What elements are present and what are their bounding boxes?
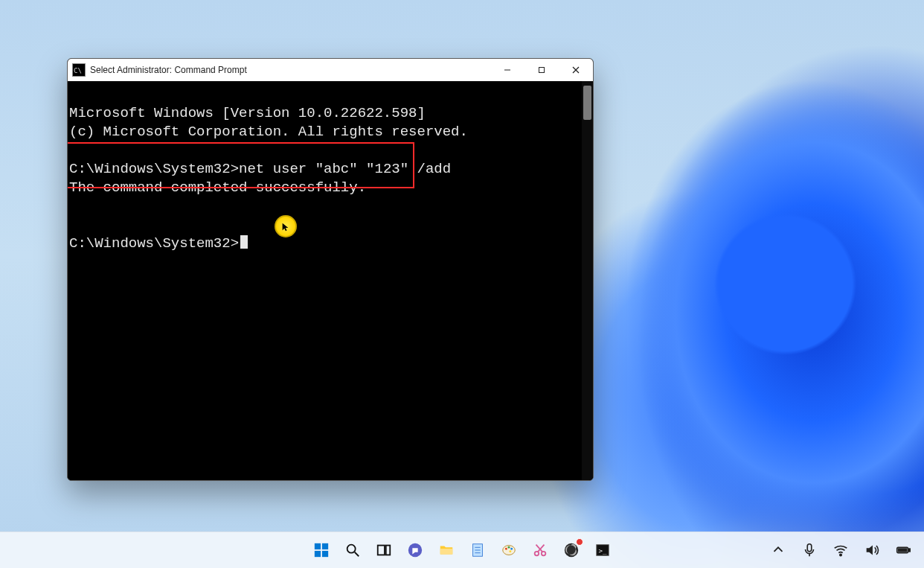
svg-text:C\: C\ bbox=[74, 67, 82, 74]
svg-rect-14 bbox=[440, 549, 453, 554]
svg-rect-36 bbox=[899, 549, 907, 552]
svg-point-33 bbox=[840, 554, 841, 555]
scrollbar-thumb[interactable] bbox=[583, 86, 591, 120]
svg-rect-2 bbox=[539, 68, 545, 73]
svg-point-9 bbox=[347, 545, 356, 553]
obs-button[interactable] bbox=[561, 540, 582, 561]
notepad-button[interactable] bbox=[467, 540, 488, 561]
svg-point-21 bbox=[508, 546, 510, 549]
svg-rect-6 bbox=[322, 543, 328, 549]
terminal-prompt: C:\Windows\System32> bbox=[69, 235, 239, 252]
paint-button[interactable] bbox=[498, 540, 519, 561]
taskbar: >_ bbox=[0, 532, 924, 568]
svg-rect-31 bbox=[807, 544, 812, 552]
search-button[interactable] bbox=[342, 540, 363, 561]
close-button[interactable] bbox=[559, 59, 593, 81]
file-explorer-button[interactable] bbox=[436, 540, 457, 561]
svg-rect-11 bbox=[378, 546, 385, 555]
task-view-button[interactable] bbox=[373, 540, 394, 561]
start-button[interactable] bbox=[311, 540, 332, 561]
cursor-icon bbox=[240, 235, 248, 249]
overflow-icon[interactable] bbox=[768, 540, 789, 561]
terminal-command: net user "abc" "123" /add bbox=[239, 161, 451, 177]
desktop: C\ Select Administrator: Command Prompt … bbox=[0, 0, 924, 568]
window-title: Select Administrator: Command Prompt bbox=[90, 65, 247, 75]
cmd-icon: C\ bbox=[72, 63, 86, 77]
chat-button[interactable] bbox=[405, 540, 426, 561]
svg-point-22 bbox=[510, 548, 513, 550]
terminal[interactable]: Microsoft Windows [Version 10.0.22622.59… bbox=[68, 81, 593, 480]
svg-point-20 bbox=[505, 548, 507, 550]
terminal-scrollbar[interactable] bbox=[582, 81, 593, 480]
microphone-icon[interactable] bbox=[799, 540, 820, 561]
wifi-icon[interactable] bbox=[830, 540, 851, 561]
volume-icon[interactable] bbox=[862, 540, 882, 561]
svg-text:>_: >_ bbox=[599, 546, 608, 555]
svg-rect-8 bbox=[322, 551, 328, 557]
svg-rect-35 bbox=[908, 549, 910, 552]
minimize-button[interactable] bbox=[490, 59, 524, 81]
svg-rect-12 bbox=[386, 546, 391, 555]
snipping-tool-button[interactable] bbox=[530, 540, 551, 561]
svg-point-23 bbox=[509, 550, 511, 552]
titlebar[interactable]: C\ Select Administrator: Command Prompt bbox=[68, 59, 593, 81]
battery-icon[interactable] bbox=[893, 540, 914, 561]
command-prompt-window: C\ Select Administrator: Command Prompt … bbox=[67, 58, 594, 481]
terminal-line: (c) Microsoft Corporation. All rights re… bbox=[69, 124, 468, 140]
terminal-line: Microsoft Windows [Version 10.0.22622.59… bbox=[69, 105, 426, 121]
command-prompt-button[interactable]: >_ bbox=[592, 540, 613, 561]
maximize-button[interactable] bbox=[524, 59, 559, 81]
svg-rect-7 bbox=[315, 551, 321, 557]
svg-rect-5 bbox=[315, 543, 321, 549]
terminal-output: The command completed successfully. bbox=[69, 179, 366, 196]
cursor-highlight-icon bbox=[275, 215, 297, 237]
terminal-prompt: C:\Windows\System32> bbox=[69, 161, 239, 177]
svg-line-10 bbox=[355, 552, 359, 557]
